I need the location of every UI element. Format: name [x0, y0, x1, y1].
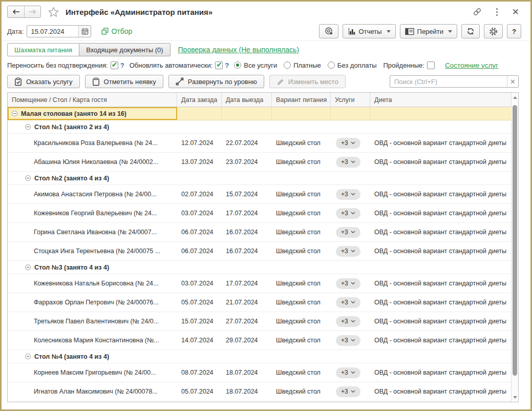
- refresh-button[interactable]: [461, 24, 480, 38]
- settings-button[interactable]: [484, 24, 503, 38]
- discussions-button[interactable]: [319, 24, 338, 38]
- favorites-star-icon[interactable]: [48, 7, 59, 17]
- copy-link-icon[interactable]: [473, 7, 482, 16]
- table-row[interactable]: Стоцкая Инга Терентьевна (№ 24/00075 ...…: [8, 242, 511, 261]
- calendar-icon[interactable]: [78, 26, 91, 37]
- collapse-icon[interactable]: [25, 175, 31, 181]
- services-dropdown[interactable]: +3: [336, 335, 360, 346]
- radio-no-surcharge[interactable]: Без доплаты: [328, 61, 377, 69]
- services-count: +3: [341, 369, 348, 376]
- table-row[interactable]: Колесникова Мария Константиновна (№... 1…: [8, 331, 511, 350]
- expand-by-level-button[interactable]: Развернуть по уровню: [168, 75, 264, 88]
- clear-search-icon[interactable]: ✕: [507, 76, 518, 87]
- diet: [370, 120, 511, 133]
- chevron-down-icon: [351, 160, 355, 163]
- table-row[interactable]: Стол №3 (занято 4 из 4): [8, 261, 511, 274]
- tab-incoming-documents[interactable]: Входящие документы (0): [79, 43, 170, 56]
- pencil-icon: [276, 78, 284, 86]
- change-place-button[interactable]: Изменить место: [269, 75, 346, 88]
- meal-variant: Шведский стол: [272, 242, 331, 260]
- more-menu-icon[interactable]: [495, 7, 499, 17]
- row-label: Абашина Юлия Николаевна (№ 24/0002...: [34, 158, 158, 166]
- services-dropdown[interactable]: +3: [336, 316, 360, 327]
- column-header-services[interactable]: Услуги: [331, 93, 370, 107]
- radio-paid[interactable]: Платные: [284, 61, 321, 69]
- column-header-room[interactable]: Помещение / Стол / Карта гостя: [8, 93, 177, 107]
- row-label: Стол №2 (занято 4 из 4): [34, 175, 109, 182]
- collapse-icon[interactable]: [12, 111, 17, 116]
- table-row[interactable]: Игнатов Алан Максимович (№ 24/00078... 0…: [8, 382, 511, 401]
- table-row[interactable]: Корнеев Максим Григорьевич (№ 24/00... 0…: [8, 363, 511, 382]
- table-row[interactable]: Третьяков Павел Валентинович (№ 24/0... …: [8, 312, 511, 331]
- reports-button[interactable]: Отчеты: [343, 24, 396, 38]
- back-button[interactable]: [8, 6, 24, 17]
- services-dropdown[interactable]: +3: [336, 189, 360, 200]
- transfer-help[interactable]: ?: [120, 61, 124, 69]
- services-dropdown[interactable]: +3: [336, 208, 360, 219]
- forward-arrow-icon: [29, 9, 36, 15]
- scrollbar-thumb[interactable]: [513, 105, 517, 376]
- table-row[interactable]: Акимова Анастасия Петровна (№ 24/00... 0…: [8, 185, 511, 204]
- table-row[interactable]: Стол №1 (занято 2 из 4): [8, 120, 511, 134]
- table-row[interactable]: Стол №2 (занято 4 из 4): [8, 172, 511, 185]
- transfer-checkbox[interactable]: [111, 61, 118, 69]
- search-input[interactable]: [390, 78, 507, 86]
- table-row[interactable]: Стол №4 (занято 4 из 4): [8, 350, 511, 363]
- column-header-diet[interactable]: Диета: [370, 93, 511, 107]
- filter-link[interactable]: Отбор: [101, 27, 132, 35]
- close-icon[interactable]: ✕: [512, 8, 519, 16]
- diet: ОВД - основной вариант стандартной диеты: [370, 274, 511, 293]
- services-dropdown[interactable]: +3: [336, 367, 360, 378]
- auto-update-help[interactable]: ?: [225, 61, 229, 69]
- services-dropdown[interactable]: +3: [336, 157, 360, 168]
- table-row[interactable]: Малая столовая (занято 14 из 16): [8, 107, 511, 120]
- transfer-label: Переносить без подтверждения:: [7, 61, 108, 69]
- service-state-link[interactable]: Состояние услуг: [445, 61, 498, 69]
- data-check-link[interactable]: Проверка данных (Не выполнялась): [178, 46, 299, 54]
- services-dropdown[interactable]: +3: [336, 246, 360, 257]
- collapse-icon[interactable]: [25, 124, 31, 130]
- services-dropdown[interactable]: +3: [336, 227, 360, 238]
- goto-button[interactable]: Перейти: [400, 24, 458, 38]
- table-row[interactable]: Абашина Юлия Николаевна (№ 24/0002... 13…: [8, 153, 511, 172]
- vertical-scrollbar[interactable]: [511, 93, 518, 402]
- radio-all-services[interactable]: Все услуги: [234, 61, 277, 69]
- meal-variant: Шведский стол: [272, 223, 331, 241]
- provide-service-button[interactable]: Оказать услугу: [7, 75, 80, 88]
- mark-no-show-button[interactable]: Отметить неявку: [85, 75, 163, 88]
- column-header-arrival[interactable]: Дата заезда: [177, 93, 222, 107]
- radio-icon[interactable]: [234, 61, 241, 69]
- meal-variant: [272, 261, 331, 274]
- table-row[interactable]: Красильникова Роза Валерьевна (№ 24... 1…: [8, 134, 511, 153]
- collapse-icon[interactable]: [25, 354, 31, 359]
- chevron-down-icon: [351, 390, 355, 393]
- passed-checkbox[interactable]: [427, 61, 435, 69]
- table-row[interactable]: Кожевников Георгий Валерьевич (№ 24... 0…: [8, 204, 511, 223]
- forward-button[interactable]: [24, 6, 40, 17]
- table-row[interactable]: Горина Светлана Ивановна (№ 24/0007... 0…: [8, 223, 511, 242]
- services-dropdown[interactable]: +3: [336, 138, 360, 149]
- tabs-row: Шахматка питания Входящие документы (0) …: [2, 41, 530, 58]
- services-dropdown[interactable]: +3: [336, 386, 360, 397]
- collapse-icon[interactable]: [25, 264, 31, 270]
- radio-icon[interactable]: [328, 61, 335, 69]
- arrival-date: [177, 350, 222, 363]
- tab-meal-chess[interactable]: Шахматка питания: [7, 43, 79, 56]
- command-bar: Дата: Отбор Отчеты Перейти: [2, 22, 530, 40]
- table-row[interactable]: Кожевникова Наталья Борисовна (№ 24... 0…: [8, 274, 511, 293]
- arrival-date: 15.07.2024: [177, 312, 222, 331]
- scroll-up-icon[interactable]: [512, 94, 518, 101]
- auto-update-checkbox[interactable]: [215, 61, 223, 69]
- scroll-down-icon[interactable]: [512, 394, 518, 401]
- row-label: Горина Светлана Ивановна (№ 24/0007...: [34, 229, 157, 236]
- help-button[interactable]: ?: [507, 24, 521, 38]
- services-dropdown[interactable]: +3: [336, 297, 360, 308]
- date-input[interactable]: [27, 26, 78, 37]
- departure-date: 16.07.2024: [222, 242, 272, 260]
- radio-icon[interactable]: [284, 61, 291, 69]
- services-dropdown[interactable]: +3: [336, 278, 360, 289]
- column-header-departure[interactable]: Дата выезда: [222, 93, 272, 107]
- table-row[interactable]: Фаррахов Орлан Петрович (№ 24/00076... 0…: [8, 293, 511, 312]
- column-header-meal-variant[interactable]: Вариант питания: [272, 93, 331, 107]
- meal-variant: Шведский стол: [272, 382, 331, 401]
